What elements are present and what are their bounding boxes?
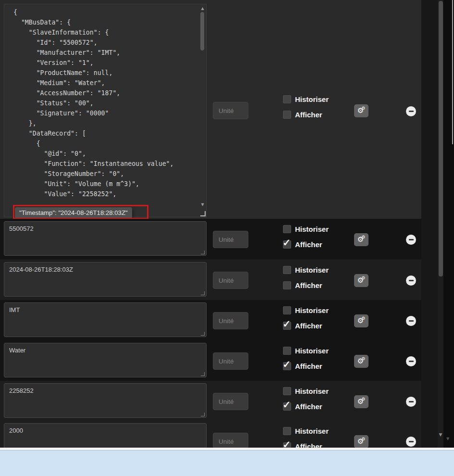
minus-icon (409, 239, 414, 240)
historiser-label: Historiser (295, 225, 329, 233)
json-textarea-scrollbar[interactable]: ▲ ▼ (200, 5, 205, 216)
json-payload-text: { "MBusData": { "SlaveInformation": { "I… (13, 7, 173, 199)
afficher-checkbox[interactable]: ✓ (283, 402, 291, 411)
value-textarea[interactable]: 2258252 (4, 383, 207, 418)
data-row: 5500572 Unité ✓ Historiser ✓ Afficher ⚙ … (0, 219, 421, 259)
afficher-row: ✓ Afficher (283, 281, 322, 289)
window-edge-highlight (452, 0, 453, 144)
unit-input[interactable]: Unité (213, 102, 248, 119)
historiser-checkbox[interactable]: ✓ (283, 225, 291, 233)
historiser-row: ✓ Historiser (283, 225, 329, 233)
data-row: 2258252 Unité ✓ Historiser ✓ Afficher ⚙ … (0, 381, 421, 421)
historiser-label: Historiser (295, 387, 329, 395)
data-row: Water Unité ✓ Historiser ✓ Afficher ⚙ ⚙ (0, 340, 421, 381)
gear-small-icon: ⚙ (361, 276, 365, 280)
settings-button[interactable]: ⚙ ⚙ (354, 395, 368, 408)
historiser-checkbox[interactable]: ✓ (283, 266, 291, 274)
textarea-resize-grip[interactable] (201, 413, 205, 416)
historiser-row: ✓ Historiser (283, 306, 329, 314)
historiser-row: ✓ Historiser (283, 95, 329, 103)
check-icon: ✓ (282, 359, 291, 370)
afficher-checkbox[interactable]: ✓ (283, 442, 291, 448)
textarea-resize-grip[interactable] (201, 332, 205, 336)
settings-button[interactable]: ⚙ ⚙ (354, 355, 368, 368)
settings-button[interactable]: ⚙ ⚙ (354, 233, 368, 246)
remove-button[interactable] (406, 437, 416, 447)
historiser-label: Historiser (295, 306, 329, 314)
gear-small-icon: ⚙ (361, 235, 365, 239)
historiser-checkbox[interactable]: ✓ (283, 427, 291, 435)
minus-icon (409, 111, 414, 112)
afficher-checkbox[interactable]: ✓ (283, 240, 291, 249)
afficher-row: ✓ Afficher (283, 240, 322, 249)
textarea-resize-grip[interactable] (200, 211, 206, 216)
check-icon: ✓ (282, 399, 291, 411)
afficher-checkbox[interactable]: ✓ (283, 322, 291, 330)
unit-input[interactable]: Unité (213, 312, 248, 329)
afficher-row: ✓ Afficher (283, 321, 322, 330)
settings-button[interactable]: ⚙ ⚙ (354, 435, 368, 448)
unit-input[interactable]: Unité (213, 393, 248, 410)
screen: { "MBusData": { "SlaveInformation": { "I… (0, 0, 454, 476)
historiser-checkbox[interactable]: ✓ (283, 95, 291, 103)
historiser-label: Historiser (295, 427, 329, 435)
minus-icon (409, 401, 414, 402)
afficher-row: ✓ Afficher (283, 110, 322, 119)
remove-button[interactable] (406, 397, 416, 407)
remove-button[interactable] (406, 106, 416, 116)
afficher-label: Afficher (295, 281, 322, 289)
textarea-resize-grip[interactable] (201, 372, 205, 376)
historiser-row: ✓ Historiser (283, 387, 329, 395)
historiser-row: ✓ Historiser (283, 265, 329, 274)
data-row: 2024-08-26T18:28:03Z Unité ✓ Historiser … (0, 260, 421, 300)
gear-small-icon: ⚙ (361, 437, 365, 441)
textarea-resize-grip[interactable] (201, 291, 205, 295)
value-textarea[interactable]: 2024-08-26T18:28:03Z (4, 262, 207, 297)
gear-small-icon: ⚙ (361, 357, 365, 361)
scroll-up-icon[interactable]: ▲ (200, 6, 205, 11)
value-textarea[interactable]: 2000 (4, 423, 207, 448)
gear-small-icon: ⚙ (361, 106, 365, 111)
gear-small-icon: ⚙ (361, 316, 365, 321)
json-payload-textarea[interactable]: { "MBusData": { "SlaveInformation": { "I… (4, 4, 207, 217)
unit-input[interactable]: Unité (213, 433, 248, 448)
value-textarea[interactable]: Water (4, 343, 207, 377)
afficher-label: Afficher (295, 111, 322, 119)
historiser-label: Historiser (295, 347, 329, 355)
scroll-down-icon[interactable]: ▼ (438, 432, 443, 437)
data-row: 2000 Unité ✓ Historiser ✓ Afficher ⚙ ⚙ (0, 421, 421, 448)
page-scrollbar-thumb[interactable] (439, 1, 443, 276)
afficher-checkbox[interactable]: ✓ (283, 281, 291, 289)
remove-button[interactable] (406, 356, 416, 366)
historiser-checkbox[interactable]: ✓ (283, 387, 291, 395)
settings-button[interactable]: ⚙ ⚙ (354, 314, 368, 327)
gear-small-icon: ⚙ (361, 397, 365, 401)
remove-button[interactable] (406, 316, 416, 326)
value-textarea[interactable]: 5500572 (4, 221, 207, 256)
afficher-checkbox[interactable]: ✓ (283, 362, 291, 370)
settings-button[interactable]: ⚙ ⚙ (354, 274, 368, 287)
historiser-checkbox[interactable]: ✓ (283, 347, 291, 355)
taskbar: FRA 20:33 26.08.2024 (0, 450, 454, 476)
settings-button[interactable]: ⚙ ⚙ (354, 104, 368, 117)
afficher-label: Afficher (295, 362, 322, 370)
minus-icon (409, 361, 414, 362)
minus-icon (409, 441, 414, 442)
afficher-label: Afficher (295, 240, 322, 249)
value-textarea[interactable]: IMT (4, 302, 207, 337)
unit-input[interactable]: Unité (213, 231, 248, 248)
remove-button[interactable] (406, 276, 416, 286)
check-icon: ✓ (282, 318, 291, 330)
historiser-label: Historiser (295, 266, 329, 274)
json-scrollbar-thumb[interactable] (200, 12, 204, 50)
content-column: { "MBusData": { "SlaveInformation": { "I… (0, 0, 421, 448)
unit-input[interactable]: Unité (213, 272, 248, 289)
historiser-checkbox[interactable]: ✓ (283, 306, 291, 314)
scroll-down-icon[interactable]: ▼ (200, 202, 205, 207)
afficher-checkbox[interactable]: ✓ (283, 111, 291, 119)
page-scrollbar[interactable]: ▼ (438, 0, 443, 448)
textarea-resize-grip[interactable] (201, 251, 205, 254)
scroll-down-icon[interactable]: ▼ (446, 437, 449, 441)
unit-input[interactable]: Unité (213, 352, 248, 370)
remove-button[interactable] (406, 235, 416, 245)
